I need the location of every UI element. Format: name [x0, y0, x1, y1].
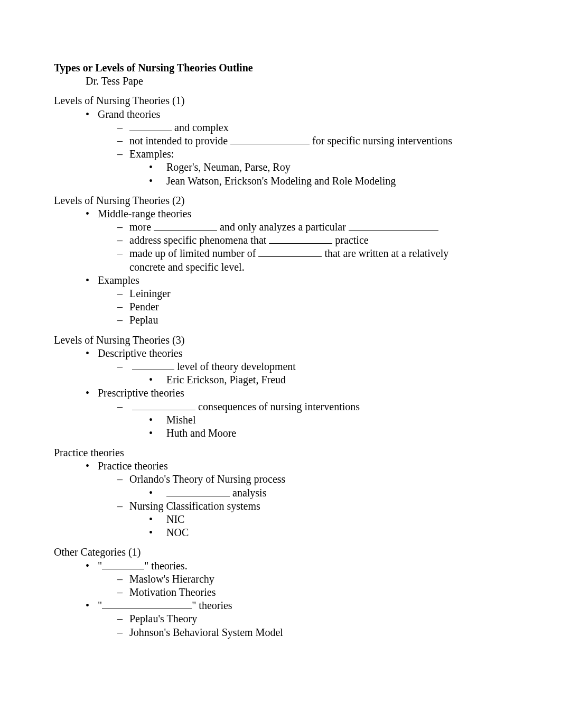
blank-field[interactable] — [132, 361, 174, 370]
dash-icon — [117, 220, 127, 234]
list-text: " — [98, 600, 102, 611]
blank-field[interactable] — [258, 247, 322, 257]
dash-icon — [117, 234, 127, 247]
document-page: Types or Levels of Nursing Theories Outl… — [0, 0, 561, 728]
list-text: " theories. — [144, 560, 187, 572]
list-text: NOC — [166, 527, 189, 538]
bullet-icon — [149, 373, 158, 386]
list-text: Jean Watson, Erickson's Modeling and Rol… — [166, 175, 396, 187]
dash-icon — [117, 586, 127, 599]
list-text: Nursing Classification systems — [129, 500, 260, 512]
list-text: Prescriptive theories — [98, 387, 184, 399]
section-heading: Levels of Nursing Theories (1) — [54, 94, 507, 107]
list-text: that are written at a relatively — [322, 247, 448, 259]
list-text: Leininger — [129, 288, 171, 299]
list-text: address specific phenomena that — [129, 234, 269, 246]
list-item: not intended to provide for specific nur… — [54, 134, 507, 148]
list-item: Grand theories — [54, 108, 507, 121]
list-text: Descriptive theories — [98, 347, 183, 359]
list-text: for specific nursing interventions — [310, 135, 452, 146]
list-text: Maslow's Hierarchy — [129, 573, 214, 585]
blank-field[interactable] — [102, 600, 192, 609]
dash-icon — [117, 612, 127, 625]
blank-field[interactable] — [154, 221, 217, 231]
list-text: made up of limited number of — [129, 247, 258, 259]
section-heading: Levels of Nursing Theories (3) — [54, 334, 507, 347]
list-item: address specific phenomena that practice — [54, 234, 507, 247]
bullet-icon — [149, 526, 158, 539]
dash-icon — [117, 400, 127, 413]
bullet-icon — [149, 513, 158, 526]
list-item: Peplau's Theory — [54, 612, 507, 625]
list-item: and complex — [54, 121, 507, 134]
list-text: Roger's, Neuman, Parse, Roy — [166, 161, 291, 173]
list-text: Practice theories — [98, 460, 168, 472]
list-item: Leininger — [54, 287, 507, 300]
list-item: NIC — [54, 513, 507, 526]
section-heading: Levels of Nursing Theories (2) — [54, 194, 507, 207]
list-item: Jean Watson, Erickson's Modeling and Rol… — [54, 174, 507, 188]
list-item: Maslow's Hierarchy — [54, 573, 507, 586]
bullet-icon — [86, 347, 95, 360]
section-heading: Practice theories — [54, 446, 507, 459]
list-text: Examples — [98, 274, 139, 286]
list-text: Middle-range theories — [98, 208, 191, 219]
author-line: Dr. Tess Pape — [54, 75, 507, 88]
list-item: Huth and Moore — [54, 427, 507, 440]
blank-field[interactable] — [132, 401, 195, 410]
list-item: Johnson's Behavioral System Model — [54, 626, 507, 639]
list-text: and complex — [172, 122, 229, 133]
list-item: analysis — [54, 486, 507, 500]
list-item: Examples — [54, 274, 507, 287]
list-text: analysis — [230, 487, 266, 499]
list-text: Peplau — [129, 314, 158, 326]
list-item: more and only analyzes a particular — [54, 220, 507, 234]
bullet-icon — [86, 108, 95, 121]
list-text: concrete and specific level. — [129, 261, 245, 273]
list-item: Roger's, Neuman, Parse, Roy — [54, 161, 507, 174]
list-item: "" theories. — [54, 559, 507, 573]
list-item: Nursing Classification systems — [54, 500, 507, 513]
bullet-icon — [149, 486, 158, 500]
list-text: and only analyzes a particular — [217, 221, 349, 233]
list-item: Practice theories — [54, 459, 507, 473]
bullet-icon — [86, 207, 95, 220]
bullet-icon — [86, 274, 95, 287]
list-item: Eric Erickson, Piaget, Freud — [54, 373, 507, 386]
list-item: NOC — [54, 526, 507, 539]
bullet-icon — [149, 413, 158, 427]
bullet-icon — [86, 459, 95, 473]
list-item: Descriptive theories — [54, 347, 507, 360]
section-heading: Other Categories (1) — [54, 546, 507, 559]
list-text: practice — [332, 234, 368, 246]
list-item: Pender — [54, 300, 507, 314]
list-item: Prescriptive theories — [54, 386, 507, 400]
list-text: Orlando's Theory of Nursing process — [129, 473, 285, 485]
list-item: made up of limited number of that are wr… — [54, 247, 507, 260]
list-item: Peplau — [54, 314, 507, 327]
list-text: Johnson's Behavioral System Model — [129, 626, 283, 638]
list-text: Mishel — [166, 414, 196, 426]
dash-icon — [117, 148, 127, 161]
dash-icon — [117, 626, 127, 639]
dash-icon — [117, 360, 127, 373]
list-item: "" theories — [54, 599, 507, 612]
list-item: Mishel — [54, 413, 507, 427]
list-item: Orlando's Theory of Nursing process — [54, 473, 507, 486]
blank-field[interactable] — [129, 122, 172, 131]
list-item: level of theory development — [54, 360, 507, 373]
list-text: Grand theories — [98, 108, 160, 120]
bullet-icon — [149, 174, 158, 188]
dash-icon — [117, 573, 127, 586]
blank-field[interactable] — [102, 560, 144, 569]
list-text: not intended to provide — [129, 135, 230, 146]
list-text: Eric Erickson, Piaget, Freud — [166, 374, 286, 385]
blank-field[interactable] — [166, 487, 230, 496]
blank-field[interactable] — [349, 221, 438, 231]
blank-field[interactable] — [269, 234, 332, 244]
list-text: more — [129, 221, 154, 233]
list-text: Peplau's Theory — [129, 613, 197, 624]
blank-field[interactable] — [230, 135, 310, 144]
list-item: consequences of nursing interventions — [54, 400, 507, 413]
list-text: " — [98, 560, 102, 572]
